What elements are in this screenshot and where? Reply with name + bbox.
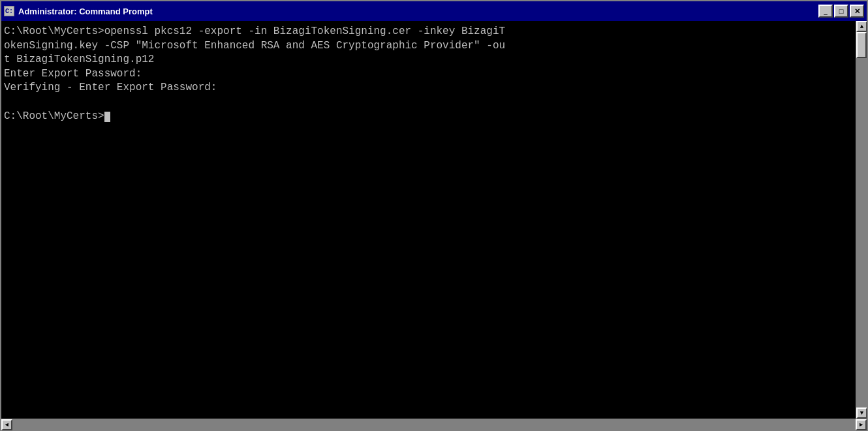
scroll-right-button[interactable]: ►: [856, 419, 867, 430]
terminal-output[interactable]: C:\Root\MyCerts>openssl pkcs12 -export -…: [1, 21, 856, 419]
close-button[interactable]: ✕: [850, 5, 864, 18]
scroll-down-button[interactable]: ▼: [856, 407, 867, 419]
scroll-thumb[interactable]: [856, 32, 867, 58]
maximize-button[interactable]: □: [834, 5, 848, 18]
window-icon: C:: [4, 6, 14, 16]
vertical-scrollbar: ▲ ▼: [856, 21, 867, 419]
terminal-cursor: [104, 112, 110, 122]
minimize-button[interactable]: _: [818, 5, 833, 18]
scroll-track[interactable]: [856, 32, 867, 407]
title-bar-buttons: _ □ ✕: [818, 5, 864, 18]
window: C: Administrator: Command Prompt _ □ ✕ C…: [0, 0, 868, 431]
scroll-up-button[interactable]: ▲: [856, 21, 867, 32]
scroll-track-h[interactable]: [12, 419, 856, 430]
window-title: Administrator: Command Prompt: [18, 7, 153, 16]
horizontal-scrollbar: ◄ ►: [1, 419, 867, 430]
title-bar: C: Administrator: Command Prompt _ □ ✕: [1, 1, 867, 21]
terminal-area: C:\Root\MyCerts>openssl pkcs12 -export -…: [1, 21, 867, 419]
title-bar-left: C: Administrator: Command Prompt: [4, 6, 153, 16]
scroll-left-button[interactable]: ◄: [1, 419, 12, 430]
